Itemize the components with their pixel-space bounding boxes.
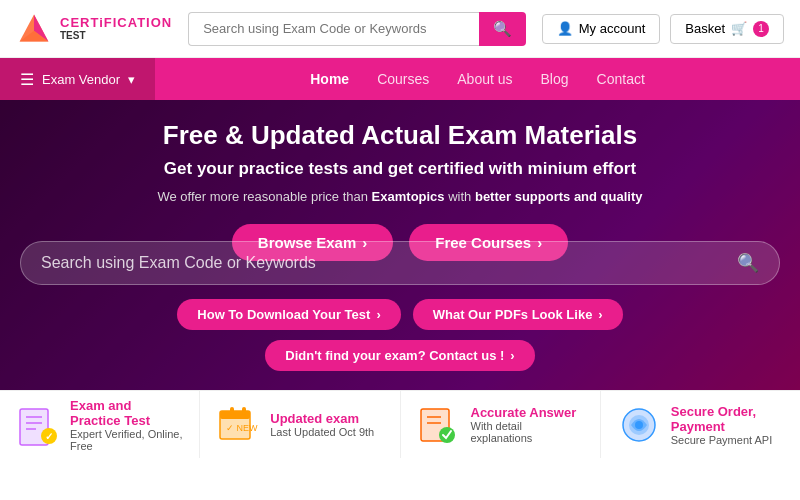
feature-payment-title: Secure Order, Payment (671, 404, 784, 434)
nav-links: Home Courses About us Blog Contact (155, 71, 800, 87)
feature-update-sub: Last Updated Oct 9th (270, 426, 374, 438)
pdf-look-label: What Our PDFs Look Like (433, 307, 593, 322)
big-search-input[interactable] (41, 254, 737, 272)
hero-title: Free & Updated Actual Exam Materials (20, 120, 780, 151)
hero-desc-prefix: We offer more reasonable price than (157, 189, 371, 204)
nav-bar: ☰ Exam Vendor ▾ Home Courses About us Bl… (0, 58, 800, 100)
svg-rect-12 (242, 407, 246, 415)
nav-blog[interactable]: Blog (541, 71, 569, 87)
feature-payment-sub: Secure Payment API (671, 434, 784, 446)
feature-answer-title: Accurate Answer (471, 405, 584, 420)
big-search-wrap: 🔍 (0, 241, 800, 285)
hero-content: Free & Updated Actual Exam Materials Get… (0, 120, 800, 261)
features-bar: ✓ Exam and Practice Test Expert Verified… (0, 390, 800, 458)
exam-vendor-label: Exam Vendor (42, 72, 120, 87)
hero-desc-suffix: with (445, 189, 475, 204)
chevron-down-icon: ▾ (128, 72, 135, 87)
svg-rect-11 (230, 407, 234, 415)
feature-answer-text: Accurate Answer With detail explanations (471, 405, 584, 444)
feature-answer-sub: With detail explanations (471, 420, 584, 444)
feature-answer: Accurate Answer With detail explanations (401, 391, 601, 458)
basket-button[interactable]: Basket 🛒 1 (670, 14, 784, 44)
nav-about[interactable]: About us (457, 71, 512, 87)
pdf-look-button[interactable]: What Our PDFs Look Like › (413, 299, 623, 330)
secure-payment-icon (617, 403, 661, 447)
accurate-answer-icon (417, 403, 461, 447)
pdf-arrow-icon: › (598, 307, 602, 322)
account-person-icon: 👤 (557, 21, 573, 36)
basket-icon: 🛒 (731, 21, 747, 36)
contact-btn-wrap: Didn't find your exam? Contact us ! › (265, 340, 534, 371)
hamburger-icon: ☰ (20, 70, 34, 89)
contact-arrow-icon: › (510, 348, 514, 363)
feature-payment: Secure Order, Payment Secure Payment API (601, 391, 800, 458)
header-search-bar: 🔍 (188, 12, 526, 46)
my-account-button[interactable]: 👤 My account (542, 14, 660, 44)
update-icon: ✓ NEW (216, 403, 260, 447)
download-test-label: How To Download Your Test (197, 307, 370, 322)
feature-exam-title: Exam and Practice Test (70, 398, 183, 428)
header-search-input[interactable] (188, 12, 479, 46)
contact-label: Didn't find your exam? Contact us ! (285, 348, 504, 363)
nav-home[interactable]: Home (310, 71, 349, 87)
feature-update-text: Updated exam Last Updated Oct 9th (270, 411, 374, 438)
download-arrow-icon: › (376, 307, 380, 322)
feature-update-title: Updated exam (270, 411, 374, 426)
header-actions: 👤 My account Basket 🛒 1 (542, 14, 784, 44)
logo-certification: CERTiFICATION (60, 15, 172, 31)
svg-point-20 (635, 421, 643, 429)
hero-description: We offer more reasonable price than Exam… (20, 189, 780, 204)
logo-area: CERTiFICATION TEST (16, 11, 172, 47)
header-search-button[interactable]: 🔍 (479, 12, 526, 46)
hero-section: Free & Updated Actual Exam Materials Get… (0, 100, 800, 390)
feature-update: ✓ NEW Updated exam Last Updated Oct 9th (200, 391, 400, 458)
basket-label: Basket (685, 21, 725, 36)
logo-icon (16, 11, 52, 47)
download-test-button[interactable]: How To Download Your Test › (177, 299, 400, 330)
svg-text:✓ NEW: ✓ NEW (226, 423, 258, 433)
logo-test: TEST (60, 30, 172, 42)
hero-desc-brand: Examtopics (372, 189, 445, 204)
my-account-label: My account (579, 21, 645, 36)
big-search-icon[interactable]: 🔍 (737, 252, 759, 274)
action-buttons: How To Download Your Test › What Our PDF… (177, 299, 622, 330)
feature-payment-text: Secure Order, Payment Secure Payment API (671, 404, 784, 446)
exam-vendor-button[interactable]: ☰ Exam Vendor ▾ (0, 58, 155, 100)
nav-courses[interactable]: Courses (377, 71, 429, 87)
big-search-container: 🔍 (20, 241, 780, 285)
feature-exam-text: Exam and Practice Test Expert Verified, … (70, 398, 183, 452)
svg-text:✓: ✓ (45, 431, 53, 442)
header: CERTiFICATION TEST 🔍 👤 My account Basket… (0, 0, 800, 58)
hero-desc-quality: better supports and quality (475, 189, 643, 204)
hero-subtitle: Get your practice tests and get certifie… (20, 159, 780, 179)
feature-exam-sub: Expert Verified, Online, Free (70, 428, 183, 452)
contact-button[interactable]: Didn't find your exam? Contact us ! › (265, 340, 534, 371)
nav-contact[interactable]: Contact (597, 71, 645, 87)
feature-exam: ✓ Exam and Practice Test Expert Verified… (0, 391, 200, 458)
basket-count: 1 (753, 21, 769, 37)
logo-text: CERTiFICATION TEST (60, 15, 172, 43)
exam-practice-icon: ✓ (16, 403, 60, 447)
